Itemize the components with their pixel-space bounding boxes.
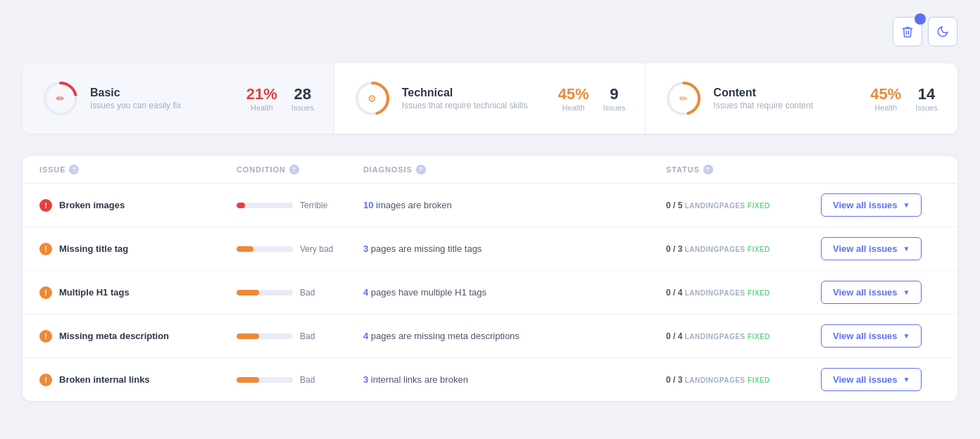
- missing-title-tag-diagnosis: 3 pages are missing title tags: [363, 243, 666, 254]
- col-help-icon-1[interactable]: ?: [289, 165, 299, 174]
- col-label-text: ISSUE: [39, 165, 65, 174]
- content-health-label: Health: [874, 103, 897, 112]
- multiple-h1-tags-condition: Bad: [237, 288, 363, 298]
- missing-title-tag-condition-label: Very bad: [300, 244, 333, 254]
- missing-meta-description-bar-wrap: [237, 333, 293, 339]
- missing-title-tag-status-count: 0 / 3 LANDINGPAGES FIXED: [666, 244, 821, 254]
- broken-images-diagnosis: 10 images are broken: [363, 200, 666, 210]
- broken-images-icon: !: [39, 199, 52, 212]
- missing-meta-description-condition-label: Bad: [300, 331, 315, 341]
- broken-internal-links-view-button[interactable]: View all issues ▼: [821, 368, 922, 391]
- broken-internal-links-diagnosis-count: 3: [363, 374, 368, 385]
- broken-internal-links-status-count: 0 / 3 LANDINGPAGES FIXED: [666, 375, 821, 385]
- col-help-icon-3[interactable]: ?: [703, 165, 713, 174]
- header-actions: [893, 17, 957, 46]
- page-header: [23, 17, 957, 46]
- col-help-icon-0[interactable]: ?: [69, 165, 79, 174]
- multiple-h1-tags-action: View all issues ▼: [821, 281, 941, 304]
- content-issues-label: Issues: [915, 103, 938, 112]
- trash-button[interactable]: [893, 17, 922, 46]
- content-stats: 45% Health 14 Issues: [870, 85, 938, 112]
- missing-meta-description-issue-cell: ! Missing meta description: [39, 330, 237, 343]
- content-health-stat: 45% Health: [870, 85, 901, 112]
- missing-meta-description-icon: !: [39, 330, 52, 343]
- table-row-missing-meta-description: ! Missing meta description Bad 4 pages a…: [23, 314, 957, 358]
- multiple-h1-tags-view-button[interactable]: View all issues ▼: [821, 281, 922, 304]
- broken-internal-links-bar: [237, 377, 259, 383]
- content-issues-stat: 14 Issues: [915, 85, 938, 112]
- broken-images-condition: Terrible: [237, 201, 363, 210]
- table-header: ISSUE?CONDITION?DIAGNOSIS?STATUS?: [23, 156, 957, 184]
- multiple-h1-tags-status: 0 / 4 LANDINGPAGES FIXED: [666, 288, 821, 298]
- trash-icon: [901, 25, 914, 38]
- broken-internal-links-status-pages: LANDINGPAGES: [685, 376, 746, 384]
- broken-images-issue-name: Broken images: [59, 200, 125, 210]
- content-pct: 45%: [870, 85, 901, 103]
- technical-icon-symbol: ⚙: [367, 93, 377, 104]
- col-header-0: ISSUE?: [39, 165, 237, 174]
- content-icon-symbol: ✏: [679, 93, 688, 104]
- broken-internal-links-condition-label: Bad: [300, 375, 315, 385]
- missing-meta-description-action: View all issues ▼: [821, 324, 941, 348]
- content-count: 14: [918, 85, 935, 103]
- col-help-icon-2[interactable]: ?: [416, 165, 426, 174]
- broken-images-status-pages: LANDINGPAGES: [685, 202, 746, 210]
- multiple-h1-tags-status-pages: LANDINGPAGES: [685, 289, 746, 297]
- broken-internal-links-condition: Bad: [237, 375, 363, 385]
- missing-meta-description-view-button[interactable]: View all issues ▼: [821, 324, 922, 348]
- missing-meta-description-status-count: 0 / 4 LANDINGPAGES FIXED: [666, 331, 821, 341]
- category-card-technical[interactable]: ⚙ Technical Issues that require technica…: [334, 63, 646, 134]
- basic-info: Basic Issues you can easily fix: [90, 87, 235, 110]
- col-header-4: [821, 165, 941, 174]
- multiple-h1-tags-diagnosis: 4 pages have multiple H1 tags: [363, 287, 666, 298]
- content-icon-wrap: ✏: [665, 80, 702, 117]
- broken-images-diagnosis-count: 10: [363, 200, 373, 210]
- missing-title-tag-bar: [237, 246, 253, 252]
- col-label-text: DIAGNOSIS: [363, 165, 413, 174]
- technical-stats: 45% Health 9 Issues: [558, 85, 625, 112]
- multiple-h1-tags-status-fixed: FIXED: [748, 289, 770, 297]
- missing-title-tag-status: 0 / 3 LANDINGPAGES FIXED: [666, 244, 821, 254]
- broken-images-issue-cell: ! Broken images: [39, 199, 237, 212]
- broken-internal-links-bar-wrap: [237, 377, 293, 383]
- technical-info: Technical Issues that require technical …: [402, 87, 547, 110]
- technical-health-label: Health: [563, 103, 585, 112]
- basic-issues-stat: 28 Issues: [291, 85, 314, 112]
- multiple-h1-tags-condition-label: Bad: [300, 288, 315, 298]
- missing-meta-description-chevron-icon: ▼: [903, 332, 910, 340]
- issues-table: ISSUE?CONDITION?DIAGNOSIS?STATUS? ! Brok…: [23, 156, 957, 401]
- table-row-broken-internal-links: ! Broken internal links Bad 3 internal l…: [23, 358, 957, 401]
- missing-title-tag-diagnosis-count: 3: [363, 243, 368, 254]
- broken-internal-links-diagnosis: 3 internal links are broken: [363, 374, 666, 385]
- moon-button[interactable]: [928, 17, 957, 46]
- multiple-h1-tags-chevron-icon: ▼: [903, 288, 910, 296]
- broken-images-status-fixed: FIXED: [748, 202, 770, 210]
- col-label-text: STATUS: [666, 165, 700, 174]
- category-card-content[interactable]: ✏ Content Issues that require content 45…: [646, 63, 957, 134]
- missing-title-tag-view-button[interactable]: View all issues ▼: [821, 237, 922, 260]
- missing-meta-description-status-fixed: FIXED: [748, 333, 770, 341]
- basic-health-stat: 21% Health: [246, 85, 277, 112]
- broken-images-condition-label: Terrible: [300, 201, 327, 210]
- category-card-basic[interactable]: ✏ Basic Issues you can easily fix 21% He…: [23, 63, 334, 134]
- technical-pct: 45%: [558, 85, 589, 103]
- trash-badge: [915, 13, 926, 25]
- basic-count: 28: [294, 85, 311, 103]
- missing-meta-description-diagnosis-count: 4: [363, 331, 368, 341]
- broken-images-chevron-icon: ▼: [903, 201, 910, 209]
- technical-health-stat: 45% Health: [558, 85, 589, 112]
- col-header-1: CONDITION?: [237, 165, 363, 174]
- multiple-h1-tags-diagnosis-count: 4: [363, 287, 368, 298]
- broken-internal-links-issue-cell: ! Broken internal links: [39, 374, 237, 386]
- missing-meta-description-diagnosis: 4 pages are missing meta descriptions: [363, 331, 666, 341]
- basic-pct: 21%: [246, 85, 277, 103]
- broken-images-view-button[interactable]: View all issues ▼: [821, 193, 922, 217]
- missing-title-tag-status-fixed: FIXED: [748, 246, 770, 253]
- missing-title-tag-icon: !: [39, 243, 52, 255]
- broken-internal-links-status: 0 / 3 LANDINGPAGES FIXED: [666, 375, 821, 385]
- content-name: Content: [713, 87, 859, 99]
- col-label-text: CONDITION: [237, 165, 286, 174]
- broken-images-status-count: 0 / 5 LANDINGPAGES FIXED: [666, 201, 821, 210]
- multiple-h1-tags-issue-name: Multiple H1 tags: [59, 287, 130, 298]
- technical-issues-label: Issues: [603, 103, 626, 112]
